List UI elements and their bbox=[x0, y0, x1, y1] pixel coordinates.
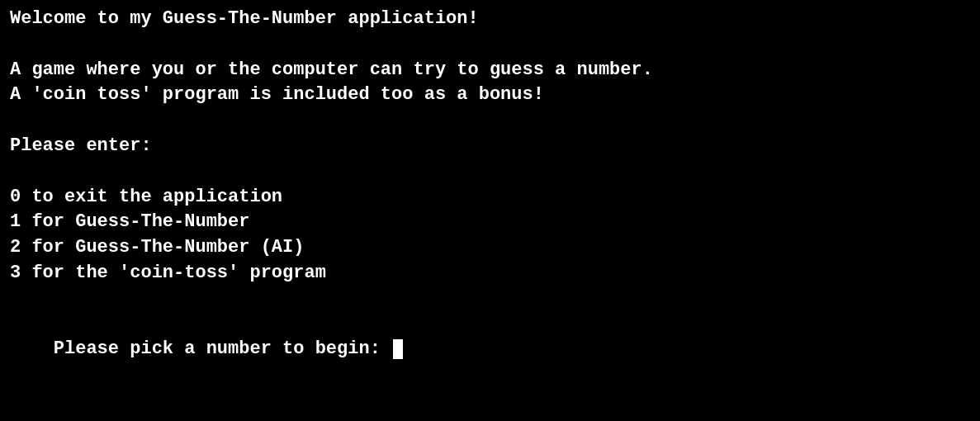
terminal-window: Welcome to my Guess-The-Number applicati… bbox=[10, 7, 970, 414]
cursor-block bbox=[393, 339, 403, 359]
description-line-2: A 'coin toss' program is included too as… bbox=[10, 83, 970, 108]
input-prompt-line: Please pick a number to begin: bbox=[10, 312, 970, 388]
input-prompt-text: Please pick a number to begin: bbox=[54, 338, 391, 359]
option-1: 1 for Guess-The-Number bbox=[10, 210, 970, 235]
option-0: 0 to exit the application bbox=[10, 185, 970, 210]
blank-line-2 bbox=[10, 108, 970, 134]
blank-line-4 bbox=[10, 286, 970, 312]
blank-line-3 bbox=[10, 159, 970, 185]
option-3: 3 for the 'coin-toss' program bbox=[10, 261, 970, 286]
welcome-title: Welcome to my Guess-The-Number applicati… bbox=[10, 7, 970, 32]
description-line-1: A game where you or the computer can try… bbox=[10, 58, 970, 83]
please-enter-header: Please enter: bbox=[10, 134, 970, 159]
blank-line-1 bbox=[10, 32, 970, 58]
option-2: 2 for Guess-The-Number (AI) bbox=[10, 235, 970, 261]
